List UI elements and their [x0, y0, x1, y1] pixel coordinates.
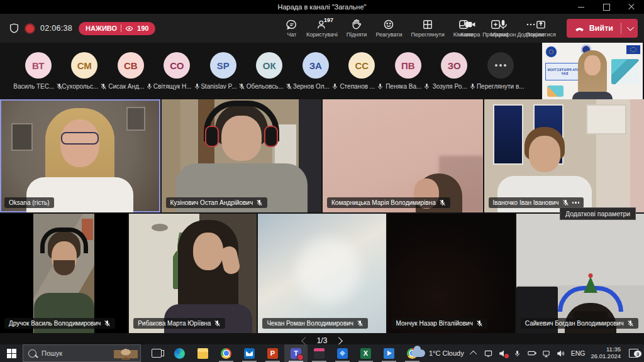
chat-button[interactable]: Чат [282, 14, 302, 42]
participant-count: 197 [324, 17, 333, 23]
video-tile-ivanochko[interactable]: Іваночко Іван Іванович [484, 99, 644, 212]
live-separator [121, 25, 121, 32]
leave-options-button[interactable] [621, 19, 638, 38]
roster-item[interactable]: ОК Обельовсь... [247, 43, 293, 99]
microphone-button[interactable]: Мікрофон [486, 14, 521, 42]
video-tile-kuzinovych[interactable]: Кузінович Остап Андрійович [162, 99, 322, 212]
roster-item[interactable]: ВТ Василь ТЕС... [15, 43, 62, 99]
page-indicator: 1/3 [317, 336, 328, 345]
clock-widget[interactable]: 11:35 26.01.2024 [591, 346, 621, 360]
video-tile-monchuk[interactable]: Мончук Назар Віталійович [387, 214, 515, 333]
network-tray-icon[interactable] [542, 348, 551, 358]
device-controls: Камера Мікрофон Поділитися Вийти [456, 14, 638, 43]
roster-name: Сисак Анд... [108, 83, 144, 90]
hidden-icons-button[interactable] [470, 348, 479, 358]
video-tile-saikevych[interactable]: Сайкевич Богдан Володимирович [516, 214, 644, 333]
language-indicator[interactable]: ENG [571, 349, 586, 357]
react-button[interactable]: Реагувати [371, 14, 406, 42]
mic-icon [377, 83, 384, 90]
floppy-app-icon [314, 348, 325, 359]
share-icon [535, 19, 547, 30]
action-center-button[interactable]: 3 [626, 349, 640, 358]
roster-name: Пеняка Ва... [386, 83, 421, 90]
video-tile-komarnytska[interactable]: Комарницька Марія Володимирівна [323, 99, 483, 212]
muted-badge [504, 354, 509, 358]
video-tile-druchok[interactable]: Дручок Василь Володимирович [0, 214, 128, 333]
mic-icon [469, 83, 476, 90]
participants-button[interactable]: 197 Користувачі [302, 14, 342, 42]
taskbar-search-input[interactable]: Пошук [23, 344, 141, 362]
camera-button[interactable]: Камера [456, 14, 484, 42]
close-button[interactable] [619, 0, 644, 14]
edge-app-button[interactable] [168, 344, 191, 362]
tile-more-options-icon[interactable] [572, 202, 580, 204]
muted-speaker-tray-icon[interactable] [499, 348, 508, 358]
display-tray-icon[interactable] [484, 348, 493, 358]
secondary-app-button[interactable] [308, 344, 331, 362]
teams-icon: T [291, 348, 301, 359]
teams-app-button[interactable]: T [284, 344, 308, 362]
name-label: Сайкевич Богдан Володимирович [521, 318, 638, 329]
leave-button[interactable]: Вийти [567, 19, 638, 38]
mail-app-button[interactable] [238, 344, 261, 362]
eu-flag-icon [626, 45, 640, 54]
roster-item[interactable]: СС Степанов ... [339, 43, 386, 99]
roster-item[interactable]: ЗА Зернов Ол... [292, 43, 339, 99]
recording-indicator-icon [26, 25, 34, 33]
next-page-button[interactable] [335, 337, 343, 345]
meeting-stage: ВТ Василь ТЕС... СМ Сухорольс... СВ Сиса… [0, 43, 644, 344]
powerpoint-app-button[interactable]: P [261, 344, 284, 362]
mic-muted-icon [562, 199, 569, 206]
chrome-app-button[interactable] [214, 344, 238, 362]
start-button[interactable] [0, 344, 23, 362]
notification-count-badge: 3 [634, 351, 641, 357]
photos-app-button[interactable] [331, 344, 354, 362]
mic-muted-icon [627, 320, 634, 327]
video-tile-oksana[interactable]: Oksana (гість) [0, 99, 160, 212]
name-label: Oksana (гість) [4, 197, 54, 208]
title-bar: Нарада в каналі "Загальне" [0, 0, 644, 14]
avatar: СС [348, 52, 375, 79]
roster-item[interactable]: ПВ Пеняка Ва... [385, 43, 431, 99]
mic-muted-icon [286, 83, 292, 90]
close-icon [628, 4, 635, 10]
volume-tray-icon[interactable] [557, 348, 565, 358]
video-tile-chekan[interactable]: Чекан Роман Володимирович [258, 214, 386, 333]
file-explorer-button[interactable] [191, 344, 214, 362]
minimize-button[interactable] [569, 0, 594, 14]
microphone-tray-icon[interactable] [513, 348, 522, 358]
video-grid-row-1: Oksana (гість) Кузінович Остап Андрійови… [0, 99, 644, 212]
maximize-button[interactable] [594, 0, 619, 14]
mic-icon [194, 83, 201, 90]
view-button[interactable]: Переглянути [406, 14, 448, 42]
raise-hand-button[interactable]: Підняти [342, 14, 372, 42]
raise-hand-icon [351, 19, 362, 30]
roster-item[interactable]: SP Stanislav P... [200, 43, 247, 99]
roster-item[interactable]: СВ Сисак Анд... [108, 43, 154, 99]
roster-item[interactable]: СМ Сухорольс... [62, 43, 108, 99]
presenter-person [568, 50, 617, 99]
battery-tray-icon[interactable] [528, 348, 536, 358]
roster-more-button[interactable]: Переглянути в... [477, 43, 524, 99]
mic-muted-icon [439, 199, 446, 206]
roster-name: Василь ТЕС... [13, 83, 54, 90]
play-icon [384, 348, 394, 359]
camera-icon [464, 19, 476, 30]
leave-main[interactable]: Вийти [567, 19, 621, 38]
task-view-icon [152, 349, 162, 358]
teams-meeting-window: Нарада в каналі "Загальне" 02:06:38 НАЖИ… [0, 0, 644, 362]
more-dots-icon [487, 52, 514, 79]
roster-item[interactable]: СО Світящук Н... [154, 43, 201, 99]
task-view-button[interactable] [145, 344, 168, 362]
weather-widget[interactable]: 1°C Cloudy [411, 349, 464, 357]
video-tile-rybakova[interactable]: Рибакова Марта Юріївна [129, 214, 257, 333]
eye-icon [125, 25, 133, 33]
microphone-icon [497, 19, 509, 30]
excel-app-button[interactable]: X [354, 344, 377, 362]
share-button[interactable]: Поділитися [521, 14, 560, 42]
avatar: СВ [118, 52, 144, 79]
roster-item[interactable]: ЗО Зозуля Ро... [431, 43, 478, 99]
presenter-video-tile[interactable]: DATA PROTECTION DAY [542, 43, 643, 99]
media-player-app-button[interactable] [377, 344, 401, 362]
previous-page-button[interactable] [301, 337, 309, 345]
